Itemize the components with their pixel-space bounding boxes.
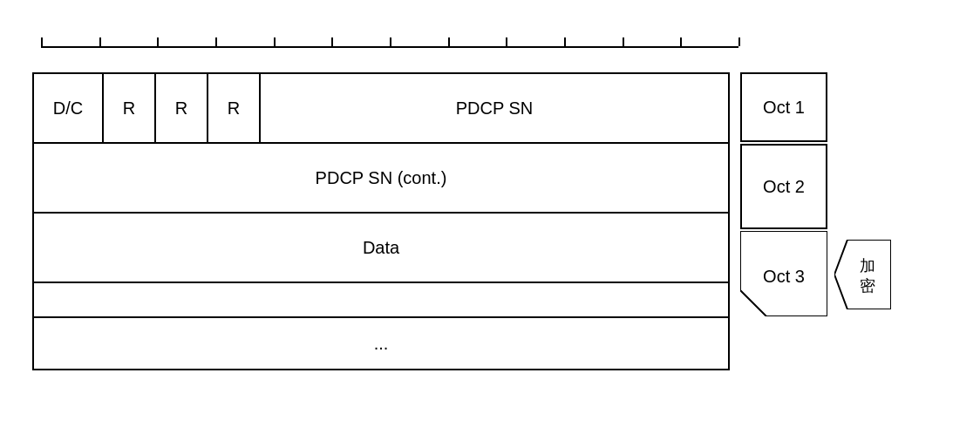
tick-8: [506, 37, 507, 46]
encrypt-wrapper: 加密: [834, 240, 891, 313]
tick-6: [390, 37, 391, 46]
cell-r2: R: [155, 73, 208, 143]
tick-3: [215, 37, 217, 46]
tick-1: [99, 37, 101, 46]
cell-pdcp-sn-cont: PDCP SN (cont.): [33, 143, 729, 213]
oct3-label: Oct 3: [763, 267, 805, 286]
ruler: [41, 29, 738, 64]
cell-dc: D/C: [33, 73, 103, 143]
ruler-line: [41, 46, 738, 48]
table-row-cont: PDCP SN (cont.): [33, 143, 729, 213]
cell-r3: R: [208, 73, 260, 143]
table-row-data: Data: [33, 213, 729, 282]
tick-10: [623, 37, 624, 46]
oct3-row: Oct 3 加密: [740, 231, 827, 316]
table-row-header: D/C R R R PDCP SN: [33, 73, 729, 143]
diagram-container: D/C R R R PDCP SN PDCP SN (cont.) Data .…: [32, 20, 948, 421]
main-layout: D/C R R R PDCP SN PDCP SN (cont.) Data .…: [32, 72, 827, 370]
cell-dots: ...: [33, 317, 729, 370]
tick-12: [738, 37, 740, 46]
oct3-shape: Oct 3: [740, 231, 827, 316]
table-row-data2: [33, 282, 729, 317]
cell-pdcp-sn: PDCP SN: [260, 73, 729, 143]
field-table: D/C R R R PDCP SN PDCP SN (cont.) Data .…: [32, 72, 730, 370]
tick-7: [448, 37, 450, 46]
oct2-box: Oct 2: [740, 144, 827, 229]
encrypt-text: 加密: [860, 256, 875, 297]
tick-9: [564, 37, 566, 46]
tick-11: [680, 37, 682, 46]
tick-2: [157, 37, 159, 46]
table-row-dots: ...: [33, 317, 729, 370]
tick-0: [41, 37, 43, 46]
cell-r1: R: [103, 73, 155, 143]
oct1-box: Oct 1: [740, 72, 827, 142]
tick-4: [274, 37, 276, 46]
tick-5: [331, 37, 333, 46]
oct-column: Oct 1 Oct 2 Oct 3 加密: [740, 72, 827, 316]
cell-data2: [33, 282, 729, 317]
cell-data: Data: [33, 213, 729, 282]
